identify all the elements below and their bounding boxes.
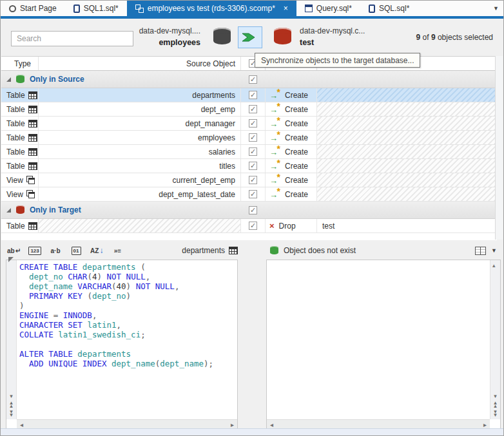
row-target-cell [317, 159, 497, 173]
binary-view-button[interactable]: 01 [68, 243, 84, 258]
group-checkbox[interactable]: ✓ [249, 75, 257, 84]
row-checkbox[interactable]: ✓ [249, 119, 257, 128]
comparison-grid: Type Source Object ✓ Only in Source✓Tabl… [1, 56, 497, 240]
object-row[interactable]: Table✓×Droptest [1, 219, 497, 233]
row-checkbox[interactable]: ✓ [249, 133, 257, 142]
source-object-name: salaries [209, 147, 235, 156]
row-check-cell: ✓ [241, 159, 266, 173]
type-label: Table [6, 162, 25, 171]
grid-header-row: Type Source Object ✓ [1, 57, 497, 71]
group-row-1[interactable]: Only in Target✓ [1, 202, 497, 219]
synchronize-button[interactable] [238, 26, 262, 48]
object-row[interactable]: Viewcurrent_dept_emp✓→*Create [1, 173, 497, 187]
right-editor-vertical-scrollbar[interactable]: ▴ ▾ ▴▴ ▾▾ [490, 260, 500, 419]
line-numbers-button[interactable]: 123 [27, 243, 43, 258]
row-checkbox[interactable]: ✓ [249, 176, 257, 184]
object-row[interactable]: Tableemployees✓→*Create [1, 131, 497, 145]
start-page-icon [9, 5, 16, 12]
fold-marker-icon[interactable] [8, 263, 14, 268]
row-action-cell: →*Create [266, 145, 317, 158]
create-icon: →* [269, 175, 280, 185]
row-checkbox[interactable]: ✓ [249, 222, 257, 230]
object-row[interactable]: Tabledept_manager✓→*Create [1, 117, 497, 131]
sql-line: ENGINE = INNODB, [19, 310, 235, 320]
row-action-cell: →*Create [266, 102, 317, 116]
object-row[interactable]: Viewdept_emp_latest_date✓→*Create [1, 187, 497, 202]
row-target-cell [317, 131, 497, 144]
scroll-right-button[interactable]: ▸ [483, 421, 487, 428]
tab-1[interactable]: SQL1.sql* [65, 1, 127, 16]
action-label: Create [285, 133, 308, 142]
word-wrap-button[interactable]: ab↵ [6, 243, 22, 258]
tab-overflow-icon[interactable]: ▼ [493, 5, 499, 12]
grid-vertical-scrollbar[interactable] [495, 56, 503, 240]
tab-3[interactable]: Query.sql* [296, 1, 360, 16]
comparison-icon [135, 5, 144, 13]
scroll-bottom-button[interactable]: ▾▾ [494, 410, 497, 417]
show-whitespace-button[interactable]: a·b [48, 243, 63, 258]
tab-2[interactable]: employees vs test (rds-3306).scomp*× [127, 1, 296, 16]
object-row[interactable]: Tablesalaries✓→*Create [1, 145, 497, 159]
sql-editor-empty[interactable] [270, 262, 487, 418]
row-type-cell: Table [1, 102, 39, 116]
tab-close-icon[interactable]: × [284, 5, 288, 12]
action-label: Create [285, 105, 308, 114]
scroll-left-button[interactable]: ◂ [270, 421, 273, 428]
right-editor-horizontal-scrollbar[interactable]: ◂ ▸ [267, 419, 490, 429]
source-object-column-header[interactable]: Source Object [39, 57, 241, 70]
left-editor-vertical-scrollbar[interactable]: ▾ ▴▴ ▾▾ [6, 260, 17, 419]
sql-line [19, 339, 235, 349]
row-checkbox[interactable]: ✓ [249, 147, 257, 156]
split-layout-icon[interactable] [475, 247, 486, 255]
create-icon: →* [269, 147, 280, 156]
row-target-cell [317, 145, 497, 158]
source-ddl-editor: ▾ ▴▴ ▾▾ CREATE TABLE departments ( dept_… [6, 260, 238, 430]
type-label: Table [6, 105, 25, 114]
scroll-left-button[interactable]: ◂ [20, 421, 23, 428]
row-type-cell: View [1, 173, 39, 187]
source-database-icon [213, 28, 231, 44]
row-checkbox[interactable]: ✓ [249, 105, 257, 113]
object-row[interactable]: Tabledept_emp✓→*Create [1, 102, 497, 117]
row-source-cell: salaries [39, 145, 241, 158]
scroll-right-button[interactable]: ▸ [231, 421, 234, 428]
target-status-label: Object does not exist [284, 246, 356, 255]
scroll-top-button[interactable]: ▴▴ [10, 401, 13, 408]
row-checkbox[interactable]: ✓ [249, 190, 257, 198]
source-database-label: employees [97, 38, 200, 47]
target-database-label: test [300, 38, 409, 47]
row-type-cell: Table [1, 88, 39, 102]
type-label: Table [6, 119, 25, 128]
action-label: Create [285, 119, 308, 128]
row-type-cell: Table [1, 219, 39, 232]
scroll-bottom-button[interactable]: ▾▾ [10, 410, 13, 417]
layout-dropdown-icon[interactable]: ▼ [491, 247, 497, 254]
expand-collapse-icon[interactable] [6, 77, 11, 82]
object-row[interactable]: Tabletitles✓→*Create [1, 159, 497, 173]
row-type-cell: Table [1, 117, 39, 130]
group-row-0[interactable]: Only in Source✓ [1, 71, 497, 88]
scroll-top-button[interactable]: ▴▴ [494, 401, 497, 408]
tab-4[interactable]: SQL.sql* [360, 1, 418, 16]
create-icon: →* [269, 161, 280, 171]
group-checkbox[interactable]: ✓ [249, 206, 257, 214]
green-database-icon [270, 247, 278, 254]
row-checkbox[interactable]: ✓ [249, 91, 257, 99]
source-object-caption: departments [182, 246, 238, 255]
scroll-down-button[interactable]: ▾ [10, 394, 13, 399]
scroll-up-button[interactable]: ▴ [492, 263, 496, 268]
panel-splitter[interactable] [238, 242, 266, 430]
sort-lines-button[interactable]: AZ↓ [89, 243, 104, 258]
sql-line: dept_name VARCHAR(40) NOT NULL, [19, 281, 235, 291]
scroll-down-button[interactable]: ▾ [494, 394, 497, 399]
type-column-header[interactable]: Type [1, 57, 39, 70]
tab-0[interactable]: Start Page [1, 1, 65, 16]
sql-line: ALTER TABLE departments [19, 349, 235, 359]
row-checkbox[interactable]: ✓ [249, 162, 257, 170]
left-editor-horizontal-scrollbar[interactable]: ◂ ▸ [17, 419, 237, 429]
sql-editor[interactable]: CREATE TABLE departments ( dept_no CHAR(… [19, 262, 235, 418]
indent-button[interactable]: »≡ [110, 243, 125, 258]
row-check-cell: ✓ [241, 131, 266, 144]
object-row[interactable]: Tabledepartments✓→*Create [1, 88, 497, 102]
expand-collapse-icon[interactable] [6, 208, 11, 213]
